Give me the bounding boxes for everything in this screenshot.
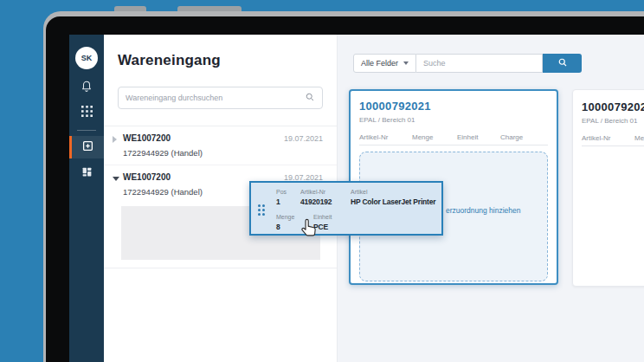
bell-icon xyxy=(80,80,93,95)
field-value-artikel: HP Color LaserJet Printer xyxy=(351,197,435,206)
user-avatar[interactable]: SK xyxy=(75,47,98,69)
column-menge: Menge xyxy=(412,133,457,141)
pallet-number: 10000792021 xyxy=(359,100,548,113)
pallet-location: EPAL / Bereich 01 xyxy=(359,116,548,124)
chevron-down-icon[interactable] xyxy=(113,172,123,197)
page-title: Wareneingang xyxy=(118,52,323,69)
dashboard-tiles-icon xyxy=(81,165,93,181)
list-search-box xyxy=(118,87,323,109)
column-artikel-nr: Artikel-Nr xyxy=(582,134,634,142)
drop-zone-hint: erzuordnung hinziehen xyxy=(446,206,520,215)
field-filter-select[interactable]: Alle Felder xyxy=(353,54,416,73)
column-headers: Artikel-Nr Menge Einheit Charge xyxy=(359,133,548,141)
receipt-id: WE1007200 xyxy=(123,133,284,143)
column-charge: Charge xyxy=(500,133,548,141)
pallet-card: 10000792029 EPAL / Bereich 01 Artikel-Nr… xyxy=(572,89,644,287)
drag-handle-icon[interactable] xyxy=(258,204,265,216)
search-icon xyxy=(305,90,315,106)
list-search-input[interactable] xyxy=(126,94,305,102)
search-button[interactable] xyxy=(543,54,582,73)
chevron-down-icon xyxy=(403,61,409,65)
pallet-number: 10000792029 xyxy=(582,100,644,113)
pallet-location: EPAL / Bereich 01 xyxy=(582,117,644,125)
sidebar: SK xyxy=(69,35,104,362)
column-einheit: Einheit xyxy=(457,133,500,141)
receipt-subtitle: 1722944929 (Handel) xyxy=(123,148,284,158)
field-value-pos: 1 xyxy=(276,197,300,206)
desktop-background: SK xyxy=(0,0,644,362)
card-divider xyxy=(359,145,548,145)
field-label-artikel: Artikel xyxy=(351,189,435,195)
apps-menu-button[interactable] xyxy=(80,106,93,120)
search-icon xyxy=(557,57,568,70)
sidebar-divider xyxy=(77,130,96,131)
column-menge: Menge xyxy=(634,134,644,142)
hand-cursor-icon xyxy=(299,217,319,239)
list-item-collapsed[interactable]: WE1007200 1722944929 (Handel) 19.07.2021 xyxy=(104,126,337,165)
dragged-item-row-1: Pos 1 Artikel-Nr 41920192 Artikel HP Col… xyxy=(276,189,435,206)
add-receipt-icon xyxy=(82,139,93,155)
panel-search-bar: Alle Felder xyxy=(353,54,582,73)
field-label-artikel-nr: Artikel-Nr xyxy=(300,189,351,195)
column-headers: Artikel-Nr Menge xyxy=(582,134,644,142)
sidebar-item-wareneingang-active[interactable] xyxy=(69,136,104,158)
apps-grid-icon xyxy=(81,105,93,120)
dragged-item-card[interactable]: Pos 1 Artikel-Nr 41920192 Artikel HP Col… xyxy=(249,181,443,236)
card-divider xyxy=(582,145,644,146)
field-filter-label: Alle Felder xyxy=(361,59,398,68)
receipt-date: 19.07.2021 xyxy=(284,133,323,158)
column-artikel-nr: Artikel-Nr xyxy=(359,133,412,141)
sidebar-item-dashboard[interactable] xyxy=(80,166,93,179)
chevron-right-icon[interactable] xyxy=(113,133,123,158)
list-divider xyxy=(104,268,337,268)
field-label-pos: Pos xyxy=(276,189,300,195)
field-value-artikel-nr: 41920192 xyxy=(300,197,351,206)
notifications-button[interactable] xyxy=(80,81,93,94)
panel-search-input[interactable] xyxy=(416,54,543,73)
